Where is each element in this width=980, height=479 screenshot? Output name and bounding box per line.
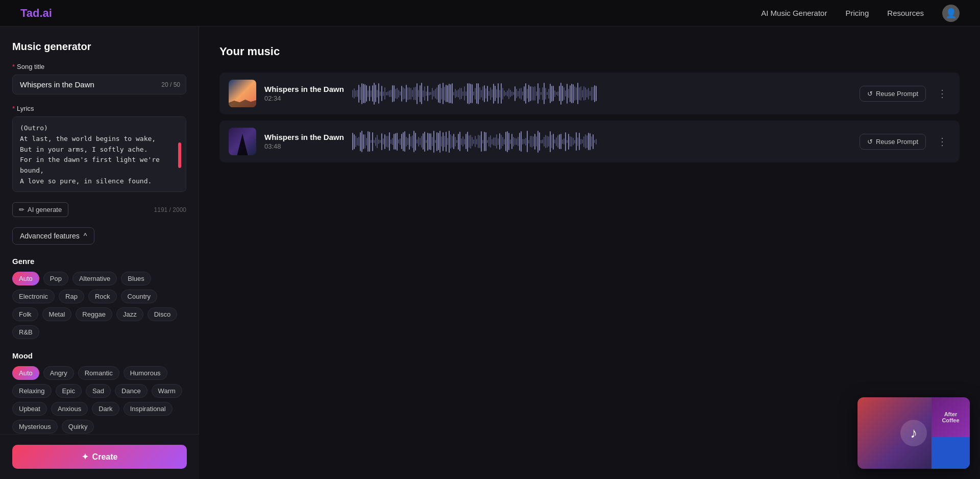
music-note-icon: ♪ (910, 425, 917, 441)
mood-tag-relaxing[interactable]: Relaxing (12, 384, 52, 398)
lyrics-wrapper: (Outro) At last, the world begins to wak… (12, 116, 186, 194)
nav-pricing[interactable]: Pricing (845, 9, 869, 17)
mood-tag-angry[interactable]: Angry (43, 366, 74, 380)
mood-tag-upbeat[interactable]: Upbeat (12, 402, 47, 416)
mood-tag-anxious[interactable]: Anxious (51, 402, 88, 416)
track-info-1: Whispers in the Dawn 02:34 (264, 85, 344, 102)
mood-tag-warm[interactable]: Warm (152, 384, 182, 398)
track-name-2: Whispers in the Dawn (264, 133, 344, 141)
genre-tag-metal[interactable]: Metal (42, 307, 72, 321)
table-row: Whispers in the Dawn 03:48 ↺ Reuse Promp… (219, 121, 960, 162)
mood-label: Mood (12, 351, 186, 360)
mood-tag-dance[interactable]: Dance (115, 384, 148, 398)
track-name-1: Whispers in the Dawn (264, 85, 344, 93)
genre-tag-blues[interactable]: Blues (121, 272, 151, 285)
genre-tag-electronic[interactable]: Electronic (12, 290, 55, 303)
tracks-list: Whispers in the Dawn 02:34 ↺ Reuse Promp… (219, 73, 960, 162)
sparkle-icon: ✦ (82, 452, 88, 462)
player-thumbnail: ♪ After Coffee (857, 397, 970, 469)
track-info-2: Whispers in the Dawn 03:48 (264, 133, 344, 150)
mood-tag-quirky[interactable]: Quirky (62, 420, 94, 434)
player-right-bottom (932, 437, 970, 469)
track-thumbnail-2 (229, 128, 256, 155)
mood-tag-romantic[interactable]: Romantic (78, 366, 119, 380)
lyrics-textarea[interactable]: (Outro) At last, the world begins to wak… (12, 116, 186, 192)
refresh-icon-1: ↺ (867, 90, 873, 98)
logo-text: Tad (20, 7, 39, 19)
reuse-prompt-button-1[interactable]: ↺ Reuse Prompt (860, 86, 926, 102)
genre-tag-rock[interactable]: Rock (88, 290, 117, 303)
nav-ai-music-generator[interactable]: AI Music Generator (761, 9, 827, 17)
create-button-wrapper: ✦ Create (0, 434, 199, 479)
waveform-1[interactable] (352, 81, 851, 106)
track-duration-2: 03:48 (264, 142, 344, 150)
chevron-up-icon: ^ (84, 232, 87, 240)
floating-player: ♪ After Coffee (857, 397, 970, 469)
lyrics-scroll-indicator (178, 142, 181, 168)
mood-tag-auto[interactable]: Auto (12, 366, 39, 380)
table-row: Whispers in the Dawn 02:34 ↺ Reuse Promp… (219, 73, 960, 114)
mood-section: Mood Auto Angry Romantic Humorous Relaxi… (12, 351, 186, 434)
lyrics-char-count: 1191 / 2000 (154, 206, 186, 213)
track-more-button-1[interactable]: ⋮ (934, 85, 950, 102)
create-button[interactable]: ✦ Create (12, 445, 187, 469)
mood-tag-inspirational[interactable]: Inspirational (124, 402, 173, 416)
song-title-input[interactable] (12, 75, 186, 94)
logo[interactable]: Tad.ai (20, 7, 52, 20)
genre-tags: Auto Pop Alternative Blues Electronic Ra… (12, 272, 186, 339)
track-more-button-2[interactable]: ⋮ (934, 133, 950, 150)
user-avatar[interactable]: 👤 (942, 5, 960, 22)
sidebar: Music generator * Song title 20 / 50 * L… (0, 27, 199, 479)
refresh-icon-2: ↺ (867, 138, 873, 146)
reuse-prompt-button-2[interactable]: ↺ Reuse Prompt (860, 134, 926, 150)
genre-tag-rap[interactable]: Rap (59, 290, 84, 303)
genre-section: Genre Auto Pop Alternative Blues Electro… (12, 257, 186, 339)
song-title-label: * Song title (12, 63, 186, 70)
genre-tag-pop[interactable]: Pop (43, 272, 68, 285)
mood-tag-sad[interactable]: Sad (86, 384, 111, 398)
player-note-icon: ♪ (900, 420, 927, 446)
song-title-char-count: 20 / 50 (161, 81, 180, 88)
pencil-icon: ✏ (19, 206, 24, 213)
song-title-wrapper: 20 / 50 (12, 75, 186, 94)
sidebar-title: Music generator (12, 41, 186, 53)
lyrics-label: * Lyrics (12, 105, 186, 112)
genre-tag-folk[interactable]: Folk (12, 307, 38, 321)
page-heading: Your music (219, 45, 960, 58)
genre-label: Genre (12, 257, 186, 266)
required-star: * (12, 63, 15, 70)
mood-tag-epic[interactable]: Epic (56, 384, 82, 398)
genre-tag-alternative[interactable]: Alternative (72, 272, 117, 285)
app-body: Music generator * Song title 20 / 50 * L… (0, 27, 980, 479)
track-duration-1: 02:34 (264, 94, 344, 102)
waveform-2[interactable] (352, 129, 851, 154)
track-thumbnail-1 (229, 80, 256, 107)
genre-tag-disco[interactable]: Disco (148, 307, 178, 321)
mood-tag-dark[interactable]: Dark (92, 402, 119, 416)
navbar: Tad.ai AI Music Generator Pricing Resour… (0, 0, 980, 27)
mood-tag-humorous[interactable]: Humorous (124, 366, 167, 380)
nav-resources[interactable]: Resources (887, 9, 924, 17)
lyrics-required-star: * (12, 105, 15, 112)
ai-generate-button[interactable]: ✏ AI generate (12, 202, 68, 217)
genre-tag-reggae[interactable]: Reggae (76, 307, 112, 321)
advanced-features-toggle[interactable]: Advanced features ^ (12, 227, 94, 245)
player-right-panel: After Coffee (932, 397, 970, 469)
genre-tag-auto[interactable]: Auto (12, 272, 39, 285)
logo-dot: .ai (39, 7, 52, 19)
mood-tag-mysterious[interactable]: Mysterious (12, 420, 58, 434)
genre-tag-jazz[interactable]: Jazz (116, 307, 143, 321)
genre-tag-rnb[interactable]: R&B (12, 325, 39, 339)
genre-tag-country[interactable]: Country (121, 290, 158, 303)
player-right-top-label: After Coffee (932, 397, 970, 437)
mood-tags: Auto Angry Romantic Humorous Relaxing Ep… (12, 366, 186, 434)
nav-links: AI Music Generator Pricing Resources 👤 (761, 5, 960, 22)
lyrics-footer: ✏ AI generate 1191 / 2000 (12, 202, 186, 217)
